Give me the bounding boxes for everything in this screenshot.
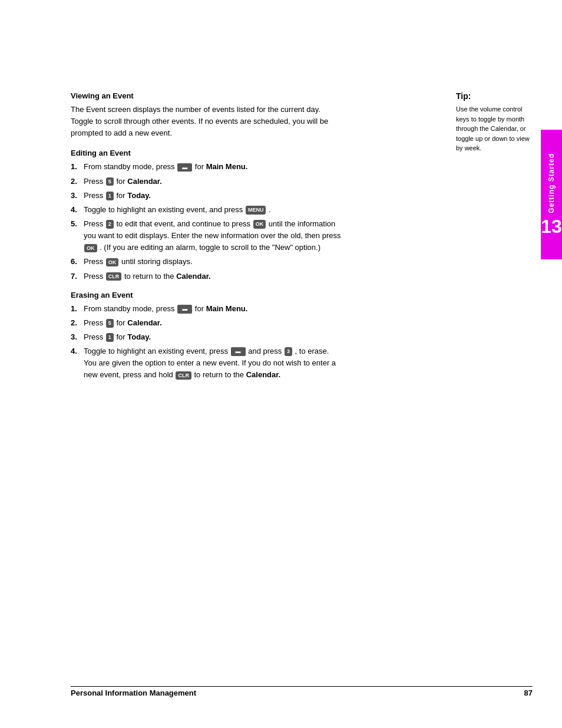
list-item: 4. Toggle to highlight an existing event… [71, 345, 342, 381]
key-1: 1 [106, 192, 114, 200]
key-ok3: OK [106, 258, 119, 267]
key-clr: CLR [106, 272, 122, 281]
tip-sidebar: Tip: Use the volume control keys to togg… [456, 91, 533, 153]
list-num: 2. [71, 317, 80, 329]
key-clr2: CLR [176, 371, 191, 380]
key-3: 3 [285, 347, 292, 356]
list-num: 4. [71, 204, 80, 216]
list-item: 1. From standby mode, press ▬ for Main M… [71, 303, 342, 315]
list-content: Press 1 for Today. [84, 331, 342, 343]
key-ok: OK [253, 220, 266, 229]
list-num: 4. [71, 345, 80, 357]
list-num: 1. [71, 303, 80, 315]
tip-label: Tip: [456, 91, 533, 101]
editing-event-heading: Editing an Event [71, 149, 342, 157]
list-content: Toggle to highlight an existing event, a… [84, 204, 342, 216]
erasing-event-list: 1. From standby mode, press ▬ for Main M… [71, 303, 342, 381]
list-item: 1. From standby mode, press ▬ for Main M… [71, 161, 342, 173]
list-content: Press OK until storing displays. [84, 256, 342, 268]
list-item: 7. Press CLR to return to the Calendar. [71, 271, 342, 282]
list-content: Press 1 for Today. [84, 190, 342, 202]
list-num: 7. [71, 271, 80, 282]
menu-key2: ▬ [177, 305, 192, 314]
list-content: Press CLR to return to the Calendar. [84, 271, 342, 282]
list-item: 5. Press 2 to edit that event, and conti… [71, 218, 342, 253]
footer-content: Personal Information Management 87 [71, 689, 533, 697]
viewing-event-heading: Viewing an Event [71, 91, 342, 100]
viewing-event-body: The Event screen displays the number of … [71, 104, 342, 139]
footer-bar [71, 686, 533, 687]
footer-text-right: 87 [524, 689, 533, 697]
key-menu: MENU [246, 206, 266, 215]
side-tab-text: Getting Started [547, 153, 556, 213]
menu-key: ▬ [177, 163, 192, 172]
main-content: Viewing an Event The Event screen displa… [71, 91, 342, 384]
key-ok2: OK [84, 244, 97, 253]
list-item: 6. Press OK until storing displays. [71, 256, 342, 268]
list-item: 4. Toggle to highlight an existing event… [71, 204, 342, 216]
list-content: From standby mode, press ▬ for Main Menu… [84, 303, 342, 315]
editing-event-list: 1. From standby mode, press ▬ for Main M… [71, 161, 342, 282]
list-content: Press 2 to edit that event, and continue… [84, 218, 342, 253]
key-5: 5 [106, 177, 114, 186]
list-num: 5. [71, 218, 80, 230]
page-container: Getting Started 13 Tip: Use the volume c… [0, 0, 562, 728]
list-num: 2. [71, 176, 80, 187]
list-num: 1. [71, 161, 80, 173]
list-content: Press 5 for Calendar. [84, 176, 342, 187]
list-content: From standby mode, press ▬ for Main Menu… [84, 161, 342, 173]
tip-text: Use the volume control keys to toggle by… [456, 104, 533, 153]
list-num: 3. [71, 190, 80, 202]
erasing-event-heading: Erasing an Event [71, 291, 342, 299]
list-item: 3. Press 1 for Today. [71, 331, 342, 343]
key-1b: 1 [106, 333, 114, 342]
list-num: 3. [71, 331, 80, 343]
list-content: Toggle to highlight an existing event, p… [84, 345, 342, 381]
key-2: 2 [106, 220, 114, 229]
key-5b: 5 [106, 319, 114, 328]
list-item: 2. Press 5 for Calendar. [71, 317, 342, 329]
footer-text-left: Personal Information Management [71, 689, 196, 697]
list-num: 6. [71, 256, 80, 268]
menu-key3: ▬ [231, 347, 246, 356]
side-tab: Getting Started 13 [541, 130, 562, 259]
list-content: Press 5 for Calendar. [84, 317, 342, 329]
list-item: 3. Press 1 for Today. [71, 190, 342, 202]
list-item: 2. Press 5 for Calendar. [71, 176, 342, 187]
side-tab-number: 13 [541, 217, 562, 236]
